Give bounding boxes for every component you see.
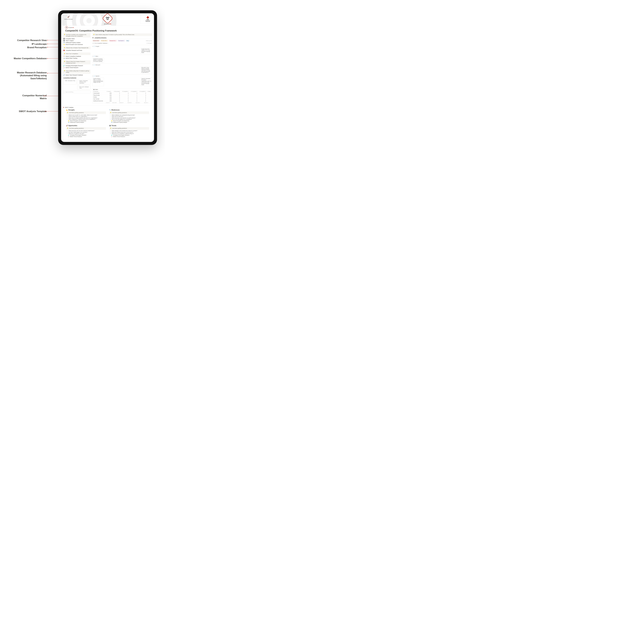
swot-link[interactable]: ⭐Brand Perception and Awareness <box>66 120 106 121</box>
competitor-group: ▼ 📄 Meta 1Facebook AI releases Blender, … <box>92 55 152 63</box>
filter-youtube[interactable]: YouTube/Vi... <box>118 40 125 41</box>
nav-label: Intellectual Property Analysis <box>66 42 81 43</box>
matrix-row[interactable]: Has Tutorials10%4542 <box>93 98 152 100</box>
swot-link[interactable]: 🧪Emerging Technologies Research <box>66 134 106 136</box>
filter-product[interactable]: Product We... <box>101 40 108 41</box>
nav-item[interactable]: 🧪Emerging Technologies Research <box>63 65 91 67</box>
callout-store: 💡Store Your Competitors <box>63 52 91 55</box>
filter-row: Media Article Product We... Research Ar.… <box>92 40 152 41</box>
type-input[interactable]: — Type something... <box>63 91 91 93</box>
swot-link[interactable]: 🛡️Intellectual Property Analysis <box>109 122 149 123</box>
nav-icon: 🧪 <box>63 65 65 66</box>
swot-link[interactable]: 📈Market Trends Research <box>66 136 106 137</box>
label-competitors-db: Master Competitors Database <box>14 57 47 60</box>
positioning-chip[interactable]: +Apple: Integrated Software and Hardware <box>77 79 91 85</box>
matrix-header[interactable]: # Our product <box>112 91 120 92</box>
research-card[interactable]: OpenAI releases DALL-E, a neural network… <box>92 77 104 86</box>
swot-link[interactable]: 🛡️Intellectual Property Analysis <box>66 122 106 123</box>
tab-competitors-research[interactable]: Competitors Research <box>94 37 107 38</box>
rocket-icon: 🚀 <box>67 15 70 19</box>
research-card[interactable]: OpenAI's Generative Pre-trained Transfor… <box>141 77 152 86</box>
research-card <box>92 48 104 54</box>
nav-item[interactable]: 🛡️Intellectual Property Analysis <box>63 42 91 44</box>
nav-label: Brand Perception and Awareness <box>66 44 83 45</box>
group-no-db[interactable]: ▼ ▢ No Competitor Database 0 <box>92 42 108 44</box>
research-card[interactable]: Google announces release of T5: a new ge… <box>141 48 152 54</box>
research-card[interactable]: Facebook AI releases Blender, a chatbot … <box>92 58 104 63</box>
link-icon: 🧪 <box>111 134 113 136</box>
label-brand: Brand Perception <box>27 46 47 49</box>
tablet-frame: 🚀 STARTUP NOTION ➰ competeOS star INTEGR… <box>58 10 157 145</box>
square-icon <box>146 16 149 19</box>
group-header[interactable]: ▼ 📄 OpenAI 2 <box>92 75 152 77</box>
research-card <box>129 66 140 74</box>
matrix-row[interactable]: Flexible10%5322 <box>93 96 152 98</box>
nav-item[interactable]: ✖️SWOT Analysis <box>63 40 91 42</box>
matrix-header[interactable]: Aa Attribute <box>93 91 105 92</box>
swot-link[interactable]: ⭐Brand Perception and Awareness <box>109 120 149 121</box>
plus-icon: + <box>78 80 79 84</box>
research-card <box>116 58 128 63</box>
group-header[interactable]: ▼ 📄 Meta 1 <box>92 55 152 57</box>
group-header[interactable]: ▼ 📄 Google 3 <box>92 45 152 47</box>
matrix-header[interactable]: ≡ Notes <box>147 91 152 92</box>
matrix-icon: ▦ <box>93 89 95 90</box>
positioning-chip[interactable]: +IBM: Hardware Only <box>63 79 76 85</box>
swot-strengths: 💪Strengths 💡Use these guiding questions:… <box>66 109 106 123</box>
nav-icon: 🏃 <box>63 56 65 57</box>
positioning-chip[interactable]: +Microsoft: Software Only <box>77 85 91 90</box>
nav-item[interactable]: ⭐Brand Perception and Awareness <box>63 44 91 45</box>
swot-link[interactable]: 🧪Emerging Technologies Research <box>109 134 149 136</box>
callout-positioning: 💡Use this to position your company to it… <box>63 33 91 38</box>
link-icon: 📈 <box>68 136 69 137</box>
nav-icon: 📊 <box>63 58 65 59</box>
callout-filtered-views: 💡Filtered Views from Master Research Dat… <box>63 60 91 64</box>
section-heading: Competitive Positioning <box>63 77 91 78</box>
bulb-icon: 💡 <box>64 70 65 72</box>
link-icon: 🛡️ <box>111 122 113 123</box>
research-card <box>141 58 152 63</box>
label-research-db: Master Research Database (Automated fill… <box>17 71 47 80</box>
nav-item[interactable]: 📊Market Share Tracking <box>63 57 91 59</box>
swot-question: What changes in the industry are cause f… <box>112 130 149 131</box>
filter-research[interactable]: Research Ar... <box>109 40 117 41</box>
swot-question: Are there market gaps in our services? <box>69 132 106 133</box>
tablet-notch <box>105 11 110 12</box>
matrix-row[interactable]: Customizable20%5434 <box>93 92 152 94</box>
matrix-header[interactable]: # Competitor 3 <box>138 91 147 92</box>
matrix-header[interactable]: # Competitor 1 <box>120 91 129 92</box>
swot-weaknesses: 📉Weaknesses 💡Use these guiding questions… <box>109 109 149 123</box>
nav-item[interactable]: 🏃Master Competitors Database <box>63 55 91 57</box>
nav-item[interactable]: 📕Competitor Research and Press <box>63 49 91 51</box>
nav-label: Competitor Research and Press <box>66 50 82 51</box>
research-card <box>105 48 116 54</box>
filter-blog[interactable]: Blog <box>126 40 129 41</box>
page-title: CompeteOS: Competitive Positioning Frame… <box>61 26 154 33</box>
plus-icon: + <box>78 86 79 89</box>
swot-question: Which categories or features beat out ou… <box>69 119 106 120</box>
swot-question: What resources could improve our perform… <box>112 117 149 119</box>
annotation-column: Competitor Research View IP Landscape Br… <box>0 0 56 165</box>
research-card[interactable]: Microsoft's Turing Natural Language Gene… <box>141 66 152 74</box>
nav-item[interactable]: 📈Market Trends Research <box>63 67 91 69</box>
bulb-icon: 💡 <box>64 53 65 54</box>
runner-icon: ➰ <box>106 16 110 20</box>
swot-opportunities: 🚀Opportunities 💡Use these guiding questi… <box>66 125 106 137</box>
bulb-icon: 💡 <box>64 61 65 62</box>
filter-media[interactable]: Media Article <box>92 40 100 41</box>
nav-item[interactable]: 🔗Master Team Research Database <box>63 74 91 76</box>
group-header[interactable]: ▼ 📄 Microsoft 1 <box>92 64 152 66</box>
no-type-col[interactable]: ▢ No Type 0 <box>146 43 152 44</box>
matrix-header[interactable]: # Competitor 2 <box>129 91 138 92</box>
link-icon: ⭐ <box>68 120 69 121</box>
matrix-row[interactable]: Plug-and-play30%5413 <box>93 94 152 96</box>
runner-icon: ➰ <box>66 27 67 28</box>
matrix-row[interactable]: Additional Resources10%2542 <box>93 100 152 102</box>
matrix-header[interactable]: # Custom... <box>105 91 112 92</box>
research-card <box>116 77 128 86</box>
nav-item[interactable]: 🔲Competitor Matrix <box>63 38 91 40</box>
swot-link[interactable]: 📈Market Trends Research <box>109 136 149 137</box>
hidden-groups[interactable]: Hidden groups <box>146 40 152 41</box>
strengths-icon: 💪 <box>66 109 68 111</box>
research-card <box>129 48 140 54</box>
